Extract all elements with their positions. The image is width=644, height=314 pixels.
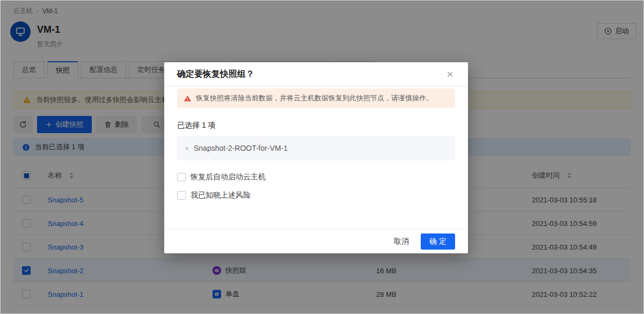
- restore-warning-text: 恢复快照将清除当前数据，并将云主机数据恢复到此快照节点，请谨慎操作。: [196, 93, 433, 103]
- close-icon[interactable]: [444, 69, 455, 79]
- restore-warning-alert: 恢复快照将清除当前数据，并将云主机数据恢复到此快照节点，请谨慎操作。: [177, 89, 455, 108]
- autostart-checkbox-row[interactable]: 恢复后自动启动云主机: [177, 172, 455, 182]
- bullet-icon: [186, 147, 188, 150]
- vm-detail-page: 云主机 › VM-1 VM-1 暂无简介 启动 总览 快照 配置信息 定时任务 …: [0, 0, 644, 314]
- selected-snapshot-box: Snapshot-2-ROOT-for-VM-1: [177, 136, 455, 160]
- restore-snapshot-modal: 确定要恢复快照组？ 恢复快照将清除当前数据，并将云主机数据恢复到此快照节点，请谨…: [164, 62, 468, 253]
- risk-ack-checkbox-row[interactable]: 我已知晓上述风险: [177, 191, 455, 200]
- modal-body: 恢复快照将清除当前数据，并将云主机数据恢复到此快照节点，请谨慎操作。 已选择 1…: [164, 86, 468, 229]
- selected-snapshot-name: Snapshot-2-ROOT-for-VM-1: [194, 144, 288, 152]
- modal-title: 确定要恢复快照组？: [177, 69, 444, 80]
- autostart-label: 恢复后自动启动云主机: [191, 172, 266, 182]
- cancel-button[interactable]: 取消: [391, 235, 412, 249]
- modal-header: 确定要恢复快照组？: [164, 62, 468, 86]
- modal-footer: 取消 确 定: [164, 229, 468, 253]
- autostart-checkbox[interactable]: [177, 173, 186, 181]
- risk-ack-checkbox[interactable]: [177, 191, 186, 200]
- selected-count-label: 已选择 1 项: [177, 121, 455, 130]
- risk-ack-label: 我已知晓上述风险: [191, 191, 251, 200]
- error-triangle-icon: [184, 94, 192, 103]
- confirm-button[interactable]: 确 定: [421, 233, 455, 250]
